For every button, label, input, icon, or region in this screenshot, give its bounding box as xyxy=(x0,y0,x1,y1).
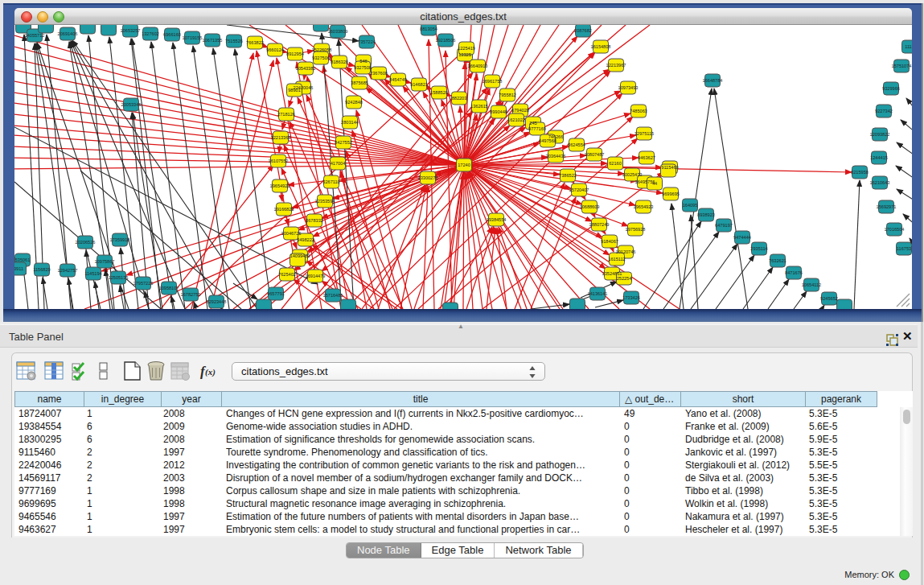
svg-text:16914479: 16914479 xyxy=(306,274,326,278)
svg-text:9463627: 9463627 xyxy=(638,155,655,160)
svg-text:16154808: 16154808 xyxy=(591,44,611,49)
svg-text:15226058: 15226058 xyxy=(312,47,332,52)
svg-text:9115460: 9115460 xyxy=(661,165,678,170)
svg-text:12213369: 12213369 xyxy=(271,135,291,140)
svg-text:10975867: 10975867 xyxy=(95,259,115,264)
svg-text:1362615: 1362615 xyxy=(470,104,488,109)
svg-text:9660124: 9660124 xyxy=(266,47,284,52)
svg-text:8813054: 8813054 xyxy=(420,27,437,31)
svg-text:12353594: 12353594 xyxy=(315,199,335,204)
svg-text:15751074: 15751074 xyxy=(892,64,912,68)
svg-text:19654923: 19654923 xyxy=(634,204,654,209)
svg-text:12505135: 12505135 xyxy=(109,275,129,280)
svg-text:10807487: 10807487 xyxy=(585,152,605,157)
svg-text:10719155: 10719155 xyxy=(183,35,203,40)
svg-text:16648784: 16648784 xyxy=(703,78,723,83)
svg-text:7386522: 7386522 xyxy=(559,173,577,178)
svg-text:12093822: 12093822 xyxy=(870,132,890,137)
svg-text:13300275: 13300275 xyxy=(418,175,438,180)
svg-text:10653257: 10653257 xyxy=(121,28,141,33)
svg-text:1156829: 1156829 xyxy=(33,267,50,272)
svg-text:2087682: 2087682 xyxy=(574,28,592,33)
svg-text:1112: 1112 xyxy=(905,44,912,49)
svg-text:9699695: 9699695 xyxy=(662,192,680,196)
svg-text:16210643: 16210643 xyxy=(870,180,890,185)
svg-text:16640910: 16640910 xyxy=(468,64,488,68)
svg-text:10543382: 10543382 xyxy=(296,66,316,71)
svg-text:9474444: 9474444 xyxy=(733,235,751,240)
svg-text:19384554: 19384554 xyxy=(487,217,507,222)
svg-text:7515526: 7515526 xyxy=(225,39,243,43)
svg-text:10688609: 10688609 xyxy=(580,204,600,209)
svg-text:12975115: 12975115 xyxy=(634,131,654,136)
svg-text:245: 245 xyxy=(529,121,536,126)
svg-text:6794028: 6794028 xyxy=(511,108,529,113)
svg-text:6479197: 6479197 xyxy=(715,223,733,228)
svg-text:882203: 882203 xyxy=(452,96,467,101)
svg-text:8215958: 8215958 xyxy=(851,170,869,175)
svg-text:15716485: 15716485 xyxy=(323,293,343,298)
svg-text:10654112: 10654112 xyxy=(802,282,821,287)
svg-text:546: 546 xyxy=(359,59,367,64)
svg-text:8471676: 8471676 xyxy=(785,270,803,275)
svg-text:1145194: 1145194 xyxy=(84,271,101,276)
svg-text:19218506: 19218506 xyxy=(436,38,456,43)
svg-text:1244415: 1244415 xyxy=(870,155,888,160)
svg-text:3624554: 3624554 xyxy=(568,142,585,147)
svg-text:9657791: 9657791 xyxy=(267,291,285,296)
svg-text:7357224: 7357224 xyxy=(358,39,376,44)
svg-text:14136141: 14136141 xyxy=(588,291,608,296)
svg-text:12923448: 12923448 xyxy=(207,299,227,304)
svg-text:44: 44 xyxy=(652,181,657,186)
svg-text:1621022: 1621022 xyxy=(507,117,525,122)
svg-text:9777169: 9777169 xyxy=(528,126,546,131)
svg-text:18807249: 18807249 xyxy=(589,222,610,227)
svg-text:(x): (x) xyxy=(205,367,216,377)
svg-text:6966160: 6966160 xyxy=(163,32,181,37)
svg-text:9242848: 9242848 xyxy=(345,100,363,105)
svg-text:9329966: 9329966 xyxy=(882,86,900,91)
svg-text:15720407: 15720407 xyxy=(569,187,589,192)
svg-text:9227342: 9227342 xyxy=(875,109,893,113)
svg-text:9327506: 9327506 xyxy=(312,56,330,60)
svg-text:17359918: 17359918 xyxy=(110,237,130,242)
svg-text:16961758: 16961758 xyxy=(483,79,503,84)
svg-text:16782759: 16782759 xyxy=(181,292,201,297)
svg-text:13325: 13325 xyxy=(458,52,471,57)
svg-text:8454749: 8454749 xyxy=(389,77,407,82)
svg-text:417004: 417004 xyxy=(331,161,346,166)
svg-text:116753: 116753 xyxy=(897,246,911,251)
svg-text:10025433: 10025433 xyxy=(622,172,643,177)
svg-text:12942757: 12942757 xyxy=(58,268,78,273)
svg-text:2935114: 2935114 xyxy=(750,246,767,251)
svg-text:10046726: 10046726 xyxy=(281,231,302,236)
svg-text:10958107: 10958107 xyxy=(159,286,179,290)
svg-text:3875685: 3875685 xyxy=(351,80,368,85)
svg-text:14055712: 14055712 xyxy=(25,33,45,38)
svg-text:8186328: 8186328 xyxy=(331,60,348,64)
svg-text:10671355: 10671355 xyxy=(203,38,223,43)
svg-text:19654922: 19654922 xyxy=(270,183,290,188)
svg-text:17016504: 17016504 xyxy=(885,227,905,232)
svg-text:9184067: 9184067 xyxy=(601,239,618,244)
svg-text:2718126: 2718126 xyxy=(277,112,295,117)
svg-text:15692971: 15692971 xyxy=(877,204,897,209)
svg-text:19756928: 19756928 xyxy=(626,227,646,232)
svg-text:8938923: 8938923 xyxy=(697,212,715,217)
svg-text:12213967: 12213967 xyxy=(606,63,626,68)
svg-text:2803144: 2803144 xyxy=(341,120,359,125)
svg-text:252254: 252254 xyxy=(617,276,632,281)
svg-text:1327602: 1327602 xyxy=(142,31,159,36)
svg-text:535061: 535061 xyxy=(15,257,31,262)
svg-text:7955812: 7955812 xyxy=(499,93,516,97)
svg-text:164095: 164095 xyxy=(683,203,698,208)
svg-text:2367608: 2367608 xyxy=(370,71,388,76)
svg-text:7663822: 7663822 xyxy=(246,40,264,45)
svg-text:1615112: 1615112 xyxy=(608,257,625,262)
svg-text:19166825: 19166825 xyxy=(274,207,294,212)
svg-text:7485063: 7485063 xyxy=(630,109,647,113)
svg-text:8912954: 8912954 xyxy=(286,51,304,56)
svg-text:20691406: 20691406 xyxy=(58,31,78,36)
svg-text:7625402: 7625402 xyxy=(278,272,296,277)
svg-text:3911: 3911 xyxy=(14,266,23,271)
